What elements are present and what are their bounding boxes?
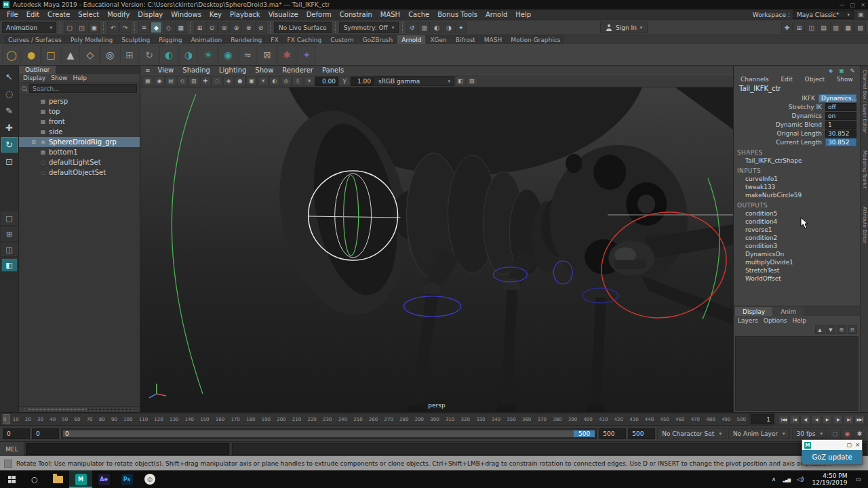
node-row[interactable]: WorldOffset [734, 274, 860, 283]
layer-from-selected-icon[interactable]: ⊟ [848, 325, 857, 334]
menu-set-selector[interactable]: Animation ▾ [2, 22, 56, 33]
shelf-tab[interactable]: Sculpting [117, 35, 154, 44]
symmetry-selector[interactable]: Symmetry: Off ▾ [339, 22, 399, 33]
shelf-plane-tool-icon[interactable]: ◇ [81, 45, 100, 64]
channel-attribute-row[interactable]: Dynamic Blend 1 [734, 120, 860, 129]
outliner-search-input[interactable] [29, 84, 137, 93]
layout-persp-outliner-icon[interactable]: ◧ [1, 258, 18, 272]
outliner-toggle-icon[interactable]: ▤ [818, 22, 829, 33]
go-to-start-button[interactable]: |◀◀ [778, 415, 789, 424]
render-current-frame-icon[interactable]: ◐ [431, 22, 442, 33]
shelf-tab[interactable]: Curves / Surfaces [4, 35, 66, 44]
gamma-icon[interactable]: γ [339, 76, 350, 86]
taskbar-clock[interactable]: 4:50 PM 12/19/2019 [808, 472, 852, 487]
maximize-button[interactable]: ▢ [847, 442, 852, 448]
menu-item[interactable]: Arnold [481, 11, 511, 18]
channel-box-menu-item[interactable]: Show [834, 76, 856, 83]
viewport-canvas[interactable]: persp [140, 87, 733, 412]
viewport-menu-item[interactable]: Panels [318, 66, 348, 74]
wireframe-icon[interactable]: ◈ [223, 76, 234, 86]
shelf-tab[interactable]: GoZBrush [359, 35, 397, 44]
menu-item[interactable]: Playback [226, 11, 264, 18]
fps-selector[interactable]: 30 fps ▾ [792, 428, 827, 439]
channel-box-menu-item[interactable]: Edit [778, 76, 795, 83]
viewport-menu-item[interactable]: View [154, 66, 178, 74]
node-row[interactable]: condition4 [734, 218, 860, 226]
snap-to-plane-icon[interactable]: ⊕ [231, 22, 242, 33]
select-tool-icon[interactable]: ↖ [1, 69, 18, 85]
attribute-value-field[interactable]: on [825, 112, 856, 120]
animation-start-field[interactable]: 0 [3, 428, 30, 439]
outliner-item[interactable]: ▦ persp [19, 96, 140, 106]
oversampling-icon[interactable]: ◌ [212, 76, 222, 86]
menu-item[interactable]: Create [43, 11, 74, 18]
attribute-value-field[interactable]: 30.852 [825, 138, 856, 146]
expand-icon[interactable]: ⊞ [30, 139, 37, 145]
select-hierarchy-icon[interactable]: ≡ [138, 22, 150, 33]
menu-item[interactable]: Key [205, 11, 226, 18]
close-button[interactable]: × [861, 2, 865, 8]
after-effects-button[interactable]: Ae [92, 470, 115, 488]
menu-item[interactable]: Cache [404, 11, 433, 18]
attribute-value-field[interactable]: 1 [825, 121, 856, 129]
node-row[interactable]: Tail_IKFK_ctrShape [734, 157, 860, 165]
layer-list-panel[interactable] [735, 336, 859, 411]
exposure-field[interactable]: 0.00 [315, 77, 338, 86]
outliner-item[interactable]: ▦ front [19, 117, 140, 127]
step-forward-key-button[interactable]: |▶ [833, 415, 843, 424]
scale-tool-icon[interactable]: ⊡ [1, 154, 18, 169]
channel-attribute-row[interactable]: Stretchy IK off [734, 102, 860, 111]
current-frame-field[interactable]: 1 [751, 414, 774, 424]
range-slider-range[interactable] [63, 430, 595, 437]
menu-item[interactable]: MASH [376, 11, 404, 18]
outliner-item[interactable]: ◌ defaultLightSet [19, 157, 140, 167]
step-back-frame-button[interactable]: |◀ [789, 415, 800, 424]
outliner-item[interactable]: ▦ side [19, 127, 140, 137]
node-row[interactable]: curveInfo1 [734, 175, 860, 183]
step-back-key-button[interactable]: ◀| [800, 415, 810, 424]
menu-item[interactable]: Constrain [336, 11, 376, 18]
select-by-type-icon[interactable]: ▦ [175, 22, 186, 33]
layout-four-pane-icon[interactable]: ⊞ [1, 227, 18, 241]
workspace-lock-icon[interactable]: ▣ [856, 10, 865, 19]
attribute-value-field[interactable]: 30.852 [825, 129, 856, 138]
shelf-curve-tool-icon[interactable]: ≈ [238, 45, 257, 64]
menu-item[interactable]: Deform [302, 11, 336, 18]
menu-item[interactable]: Display [134, 11, 167, 18]
lock-camera-icon[interactable]: ◉ [154, 76, 165, 86]
search-button[interactable]: ○ [23, 470, 46, 488]
outliner-panel-tab[interactable]: Outliner [19, 66, 56, 74]
panel-menu-icon[interactable]: ≡ [143, 67, 153, 74]
menu-item[interactable]: File [3, 11, 22, 18]
edit-pencil-icon[interactable]: ✎ [848, 67, 856, 75]
node-row[interactable]: multiplyDivide1 [734, 258, 860, 266]
shelf-tab[interactable]: Arnold [397, 35, 425, 44]
motion-blur-icon[interactable]: ◊ [292, 76, 303, 86]
animation-preferences-icon[interactable]: ✱ [854, 428, 865, 440]
shelf-cone-tool-icon[interactable]: ▲ [61, 45, 80, 64]
script-language-toggle[interactable]: MEL [0, 442, 24, 456]
play-backwards-button[interactable]: ◀ [811, 415, 821, 424]
panel-layout-icon[interactable]: ◫ [806, 22, 817, 33]
node-row[interactable]: INPUTS [734, 167, 860, 175]
select-object-icon[interactable]: ◆ [151, 22, 162, 33]
step-forward-frame-button[interactable]: ▶| [844, 415, 854, 424]
goz-update-button[interactable]: GoZ update [802, 450, 862, 464]
selected-object-name[interactable]: Tail_IKFK_ctr [734, 83, 860, 94]
shelf-tab[interactable]: Rigging [155, 35, 186, 44]
redo-icon[interactable]: ↷ [119, 22, 131, 33]
shelf-extrude-tool-icon[interactable]: ⊠ [258, 45, 277, 64]
occlusion-icon[interactable]: ◎ [281, 76, 292, 86]
layer-editor-menu-item[interactable]: Help [790, 317, 810, 324]
node-row[interactable]: DynamicsOn [734, 250, 860, 258]
make-live-icon[interactable]: ⊘ [255, 22, 267, 33]
smooth-shade-icon[interactable]: ● [235, 76, 245, 86]
time-slider-ruler[interactable]: 0102030405060708090100110120130140150160… [0, 413, 749, 426]
close-button[interactable]: × [855, 442, 860, 448]
command-input[interactable] [26, 443, 229, 455]
channel-attribute-row[interactable]: Current Length 30.852 [734, 138, 860, 146]
empty-layer-icon[interactable]: ⊞ [837, 325, 846, 334]
node-row[interactable]: condition2 [734, 234, 860, 242]
range-slider-track[interactable]: 0 500 [61, 428, 597, 439]
auto-keyframe-icon[interactable]: ◉ [842, 428, 853, 440]
